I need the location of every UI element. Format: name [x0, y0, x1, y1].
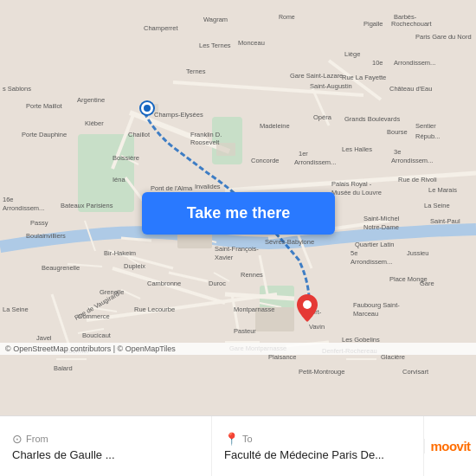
- svg-text:Saint-Michel: Saint-Michel: [363, 215, 400, 222]
- svg-text:Porte Maillot: Porte Maillot: [26, 102, 63, 110]
- svg-text:Arrondissem...: Arrondissem...: [351, 258, 392, 266]
- svg-text:Ternes: Ternes: [186, 68, 206, 75]
- svg-text:Balard: Balard: [54, 364, 73, 372]
- svg-text:Franklin D.: Franklin D.: [190, 131, 222, 138]
- svg-text:Grands Boulevards: Grands Boulevards: [344, 115, 400, 123]
- svg-text:Saint-Augustin: Saint-Augustin: [310, 82, 352, 90]
- svg-text:Bir-Hakeim: Bir-Hakeim: [104, 249, 136, 257]
- svg-text:Duroc: Duroc: [209, 280, 226, 287]
- svg-text:3e: 3e: [394, 148, 401, 156]
- svg-text:Boulainvilliers: Boulainvilliers: [26, 232, 66, 240]
- svg-text:Rennes: Rennes: [241, 271, 263, 279]
- svg-text:Sentier: Sentier: [415, 122, 436, 130]
- svg-text:1er: 1er: [299, 150, 308, 158]
- svg-text:Faubourg Saint-: Faubourg Saint-: [353, 301, 400, 309]
- svg-text:Les Ternes: Les Ternes: [199, 42, 231, 49]
- svg-text:Concorde: Concorde: [251, 157, 280, 164]
- moovit-text: moovit: [430, 439, 470, 453]
- moovit-logo: moovit: [424, 439, 476, 453]
- map-attribution: © OpenStreetMap contributors | © OpenMap…: [0, 343, 476, 355]
- svg-text:Les Halles: Les Halles: [342, 145, 372, 153]
- svg-text:Château d'Eau: Château d'Eau: [389, 85, 432, 93]
- from-icon: ⊙: [12, 432, 23, 446]
- svg-text:Champerret: Champerret: [144, 24, 179, 32]
- svg-text:Petit-Montrouge: Petit-Montrouge: [299, 368, 344, 376]
- svg-text:5e: 5e: [351, 249, 357, 257]
- svg-text:Paris Gare du Nord: Paris Gare du Nord: [415, 33, 472, 41]
- svg-text:Rochechouart: Rochechouart: [391, 20, 433, 28]
- svg-text:Pasteur: Pasteur: [234, 327, 256, 335]
- svg-text:Rue de Rivoli: Rue de Rivoli: [398, 176, 437, 183]
- to-section: 📍 To Faculté de Médecine Paris De...: [212, 416, 424, 476]
- svg-text:Argentine: Argentine: [77, 96, 105, 104]
- from-value: Charles de Gaulle ...: [12, 448, 199, 461]
- svg-text:Quartier Latin: Quartier Latin: [355, 241, 394, 248]
- to-icon: 📍: [224, 432, 239, 446]
- from-section: ⊙ From Charles de Gaulle ...: [0, 416, 212, 476]
- svg-text:Saint-Paul: Saint-Paul: [430, 217, 460, 225]
- svg-text:Porte Dauphine: Porte Dauphine: [22, 131, 67, 138]
- svg-text:Palais Royal -: Palais Royal -: [331, 180, 372, 188]
- svg-text:Bourse: Bourse: [387, 128, 408, 136]
- svg-text:Rome: Rome: [279, 14, 295, 20]
- to-value: Faculté de Médecine Paris De...: [224, 448, 411, 461]
- svg-text:Montparnasse: Montparnasse: [234, 306, 275, 313]
- svg-text:s Sablons: s Sablons: [3, 85, 31, 93]
- svg-text:La Seine: La Seine: [3, 306, 29, 313]
- svg-text:Arrondissem...: Arrondissem...: [391, 157, 433, 164]
- svg-text:Monceau: Monceau: [238, 39, 265, 47]
- svg-text:Cambronne: Cambronne: [147, 280, 181, 287]
- svg-text:Chaillot: Chaillot: [128, 131, 151, 138]
- svg-text:Gare Saint-Lazare: Gare Saint-Lazare: [290, 72, 343, 80]
- svg-text:10e: 10e: [372, 59, 383, 67]
- svg-text:Rue Lecourbe: Rue Lecourbe: [134, 306, 175, 313]
- svg-text:Saint-François-: Saint-François-: [215, 245, 259, 253]
- svg-text:Bateaux Parisiens: Bateaux Parisiens: [61, 202, 113, 209]
- svg-text:Pigalle: Pigalle: [363, 20, 383, 28]
- origin-marker: [141, 102, 153, 114]
- svg-text:Liège: Liège: [344, 50, 360, 58]
- svg-rect-1: [78, 134, 134, 212]
- svg-text:Le Marais: Le Marais: [428, 186, 457, 194]
- svg-text:Sèvres-Babylone: Sèvres-Babylone: [265, 238, 314, 246]
- svg-text:Madeleine: Madeleine: [260, 122, 290, 130]
- svg-text:La Seine: La Seine: [424, 202, 450, 209]
- svg-text:Boucicaut: Boucicaut: [82, 331, 112, 339]
- svg-text:Notre-Dame: Notre-Dame: [363, 223, 399, 231]
- svg-text:Jussieu: Jussieu: [407, 249, 428, 257]
- svg-text:Boissière: Boissière: [113, 154, 139, 162]
- svg-point-140: [303, 300, 312, 309]
- svg-text:Pont de l'Alma: Pont de l'Alma: [151, 184, 193, 192]
- svg-text:Dupleix: Dupleix: [124, 262, 145, 270]
- svg-text:Invalides: Invalides: [195, 183, 221, 190]
- svg-text:Corvisart: Corvisart: [402, 368, 429, 376]
- svg-text:Passy: Passy: [30, 219, 48, 227]
- app-container: Champerret Wagram Rome Pigalle Barbès- R…: [0, 0, 476, 415]
- take-me-there-button[interactable]: Take me there: [142, 192, 335, 235]
- svg-text:Beaugrenelle: Beaugrenelle: [42, 264, 80, 272]
- bottom-bar: ⊙ From Charles de Gaulle ... 📍 To Facult…: [0, 415, 476, 476]
- svg-text:Rue La Fayette: Rue La Fayette: [342, 74, 386, 81]
- svg-text:Wagram: Wagram: [203, 16, 228, 23]
- destination-marker: [297, 294, 318, 328]
- svg-text:Champs-Elysées: Champs-Elysées: [154, 111, 203, 119]
- from-label: ⊙ From: [12, 432, 199, 446]
- svg-text:Arrondissem...: Arrondissem...: [394, 59, 435, 67]
- svg-text:Javel: Javel: [36, 334, 52, 342]
- svg-text:Opéra: Opéra: [313, 113, 332, 121]
- svg-text:Iéna: Iéna: [113, 176, 125, 183]
- map-container: Champerret Wagram Rome Pigalle Barbès- R…: [0, 0, 476, 415]
- svg-text:16e: 16e: [3, 196, 14, 203]
- svg-text:Répub...: Répub...: [415, 132, 440, 140]
- svg-text:Xavier: Xavier: [215, 254, 234, 261]
- svg-text:Musée du Louvre: Musée du Louvre: [331, 189, 382, 196]
- svg-text:Arrondissem...: Arrondissem...: [3, 204, 44, 212]
- svg-text:Roosevelt: Roosevelt: [190, 138, 220, 146]
- svg-text:Marceau: Marceau: [353, 310, 378, 318]
- svg-text:Kléber: Kléber: [85, 119, 104, 127]
- svg-text:Gare: Gare: [420, 280, 434, 287]
- svg-text:Arrondissem...: Arrondissem...: [294, 158, 336, 166]
- to-label: 📍 To: [224, 432, 411, 446]
